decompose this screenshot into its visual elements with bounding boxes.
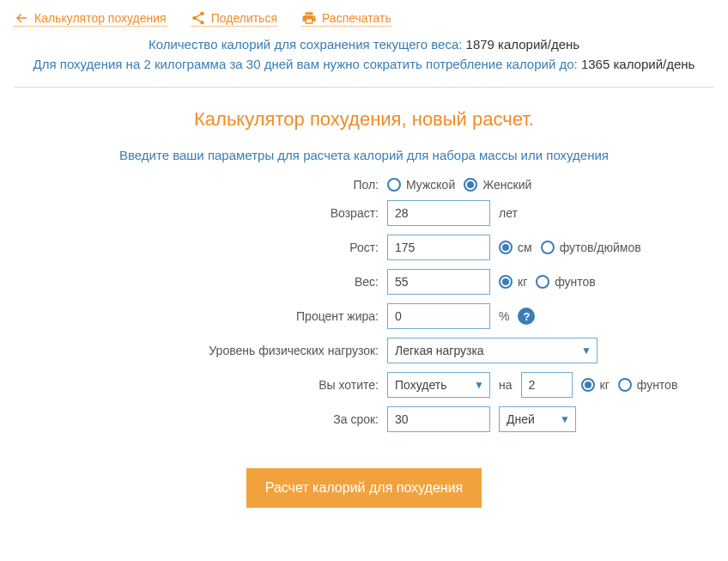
gender-label: Пол:: [14, 178, 379, 192]
gender-female-radio[interactable]: [464, 178, 477, 192]
weight-kg-label[interactable]: кг: [518, 275, 527, 289]
weight-lb-label[interactable]: фунтов: [555, 275, 596, 289]
activity-select[interactable]: Легкая нагрузка ▼: [387, 338, 598, 363]
goal-kg-label[interactable]: кг: [600, 378, 610, 392]
calculator-link[interactable]: Калькулятор похудения: [14, 10, 167, 27]
age-unit: лет: [499, 206, 518, 220]
weight-label: Вес:: [14, 275, 379, 289]
page-title: Калькулятор похудения, новый расчет.: [14, 108, 714, 131]
goal-kg-radio[interactable]: [581, 378, 595, 392]
maintain-label: Количество калорий для сохранения текуще…: [149, 37, 462, 52]
weight-kg-radio[interactable]: [499, 275, 513, 289]
height-input[interactable]: [387, 235, 490, 260]
fat-label: Процент жира:: [14, 309, 379, 323]
goal-by-label: на: [499, 378, 513, 392]
gender-male-radio[interactable]: [387, 178, 401, 192]
fat-unit: %: [499, 309, 509, 323]
calculator-link-label: Калькулятор похудения: [34, 11, 167, 25]
lose-value: 1365 калорий/день: [581, 57, 695, 71]
arrow-left-icon: [14, 10, 29, 26]
maintain-value: 1879 калорий/день: [466, 37, 580, 52]
fat-input[interactable]: [387, 303, 490, 329]
chevron-down-icon: ▼: [560, 413, 570, 425]
goal-select[interactable]: Похудеть ▼: [387, 372, 490, 398]
activity-selected: Легкая нагрузка: [388, 344, 508, 357]
weight-lb-radio[interactable]: [536, 275, 549, 289]
period-input[interactable]: [387, 406, 490, 432]
period-unit-selected: Дней: [500, 412, 559, 426]
share-link-label: Поделиться: [211, 11, 277, 25]
print-link-label: Распечатать: [322, 11, 391, 25]
goal-amount-input[interactable]: [521, 372, 573, 398]
calculator-form: Пол: Мужской Женский Возраст: лет Рост: …: [14, 178, 714, 432]
period-label: За срок:: [14, 412, 379, 426]
goal-label: Вы хотите:: [14, 378, 379, 392]
calculate-button[interactable]: Расчет калорий для похудения: [246, 468, 482, 508]
divider: [14, 87, 714, 88]
chevron-down-icon: ▼: [581, 345, 592, 357]
goal-lb-radio[interactable]: [618, 378, 632, 392]
gender-male-label[interactable]: Мужской: [406, 178, 455, 192]
activity-label: Уровень физических нагрузок:: [14, 344, 379, 357]
height-ft-radio[interactable]: [541, 241, 555, 254]
age-input[interactable]: [387, 200, 490, 226]
top-links: Калькулятор похудения Поделиться Распеча…: [14, 10, 714, 27]
print-link[interactable]: Распечатать: [301, 10, 391, 27]
goal-lb-label[interactable]: фунтов: [637, 378, 678, 392]
results-block: Количество калорий для сохранения текуще…: [14, 37, 714, 71]
height-cm-label[interactable]: см: [518, 241, 532, 254]
weight-input[interactable]: [387, 269, 490, 295]
age-label: Возраст:: [14, 206, 379, 220]
print-icon: [301, 10, 317, 26]
share-link[interactable]: Поделиться: [191, 10, 277, 27]
share-icon: [191, 10, 206, 26]
height-cm-radio[interactable]: [499, 241, 513, 254]
period-unit-select[interactable]: Дней ▼: [499, 406, 576, 432]
subtitle: Введите ваши параметры для расчета калор…: [14, 148, 714, 162]
lose-label: Для похудения на 2 килограмма за 30 дней…: [33, 57, 578, 71]
height-label: Рост:: [14, 241, 379, 254]
help-icon[interactable]: ?: [518, 308, 535, 325]
height-ft-label[interactable]: футов/дюймов: [560, 241, 641, 254]
chevron-down-icon: ▼: [474, 379, 484, 391]
goal-selected: Похудеть: [388, 378, 470, 392]
gender-female-label[interactable]: Женский: [482, 178, 531, 192]
